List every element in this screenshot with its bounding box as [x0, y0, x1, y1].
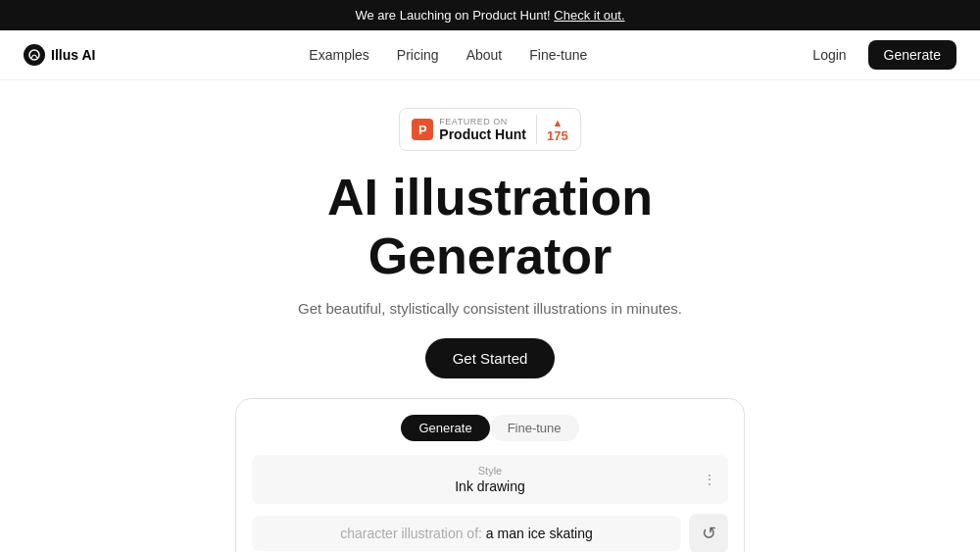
- prompt-input[interactable]: character illustration of: a man ice ska…: [252, 516, 681, 551]
- ph-vote-count: 175: [547, 128, 568, 143]
- nav-actions: Login Generate: [801, 40, 956, 70]
- hero-title-line1: AI illustration: [327, 169, 653, 226]
- hero-section: P FEATURED ON Product Hunt ▲ 175 AI illu…: [0, 80, 980, 552]
- ph-featured-on: FEATURED ON: [439, 117, 526, 126]
- announcement-bar: We are Lauching on Product Hunt! Check i…: [0, 0, 980, 30]
- announcement-text: We are Lauching on Product Hunt!: [355, 8, 550, 23]
- hero-subtitle: Get beautiful, stylistically consistent …: [20, 300, 960, 317]
- announcement-link[interactable]: Check it out.: [554, 8, 624, 23]
- logo-icon: [24, 44, 45, 66]
- style-label: Style: [266, 465, 714, 477]
- ph-logo: P: [412, 119, 433, 140]
- prompt-prefix: character illustration of:: [340, 526, 482, 541]
- tab-finetune[interactable]: Fine-tune: [490, 415, 579, 441]
- product-hunt-badge[interactable]: P FEATURED ON Product Hunt ▲ 175: [399, 108, 580, 151]
- demo-container: Generate Fine-tune Style Ink drawing ⋮ c…: [235, 398, 745, 552]
- demo-tabs: Generate Fine-tune: [252, 415, 728, 441]
- nav-links: Examples Pricing About Fine-tune: [309, 47, 587, 63]
- hero-title: AI illustration Generator: [20, 169, 960, 286]
- login-button[interactable]: Login: [801, 41, 858, 69]
- get-started-button[interactable]: Get Started: [425, 338, 556, 378]
- logo-text: Illus AI: [51, 47, 95, 63]
- prompt-row: character illustration of: a man ice ska…: [252, 514, 728, 552]
- hero-title-line2: Generator: [368, 227, 612, 284]
- prompt-text: a man ice skating: [486, 526, 593, 541]
- ph-votes: ▲ 175: [547, 117, 568, 143]
- expand-icon: ⋮: [703, 472, 716, 487]
- nav-examples[interactable]: Examples: [309, 47, 368, 63]
- nav-finetune[interactable]: Fine-tune: [529, 47, 587, 63]
- ph-text-block: FEATURED ON Product Hunt: [439, 117, 526, 142]
- style-value: Ink drawing: [266, 478, 714, 494]
- ph-divider: [536, 115, 537, 144]
- ph-badge-left: P FEATURED ON Product Hunt: [412, 117, 526, 142]
- nav-pricing[interactable]: Pricing: [397, 47, 439, 63]
- generate-demo-button[interactable]: ↺: [689, 514, 728, 552]
- tab-generate[interactable]: Generate: [401, 415, 489, 441]
- style-selector[interactable]: Style Ink drawing ⋮: [252, 455, 728, 504]
- logo: Illus AI: [24, 44, 95, 66]
- ph-upvote-icon: ▲: [552, 117, 563, 128]
- ph-product-name: Product Hunt: [439, 126, 526, 142]
- refresh-icon: ↺: [702, 523, 716, 544]
- generate-button[interactable]: Generate: [868, 40, 956, 70]
- nav-about[interactable]: About: [466, 47, 503, 63]
- navbar: Illus AI Examples Pricing About Fine-tun…: [0, 30, 980, 80]
